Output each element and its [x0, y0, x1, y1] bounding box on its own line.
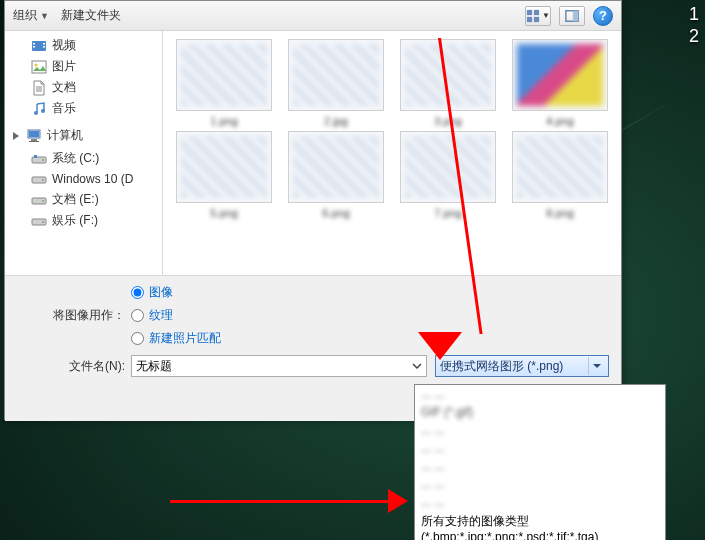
preview-pane-icon — [565, 9, 579, 23]
dropdown-option[interactable]: ... ... — [415, 421, 665, 439]
sidebar-label: 文档 — [52, 79, 76, 96]
dropdown-option[interactable]: ... ... — [415, 457, 665, 475]
filetype-dropdown-list: ... ... GIF (*.gif) ... ... ... ... ... … — [414, 384, 666, 540]
sidebar-label: 文档 (E:) — [52, 191, 99, 208]
sidebar-label: 音乐 — [52, 100, 76, 117]
new-folder-button[interactable]: 新建文件夹 — [61, 7, 121, 24]
thumbnails-icon — [526, 9, 540, 23]
file-open-dialog: 组织 ▼ 新建文件夹 ▼ ? 视频 — [4, 0, 622, 420]
preview-pane-button[interactable] — [559, 6, 585, 26]
organize-label: 组织 — [13, 7, 37, 24]
dropdown-option[interactable]: ... ... — [415, 493, 665, 511]
svg-rect-22 — [29, 141, 39, 142]
dropdown-option[interactable]: ... ... — [415, 385, 665, 403]
svg-rect-10 — [43, 46, 45, 48]
organize-button[interactable]: 组织 ▼ — [13, 7, 49, 24]
radio-use-as-image[interactable]: 图像 — [131, 284, 221, 301]
sidebar-label: 视频 — [52, 37, 76, 54]
music-icon — [31, 101, 47, 117]
radio-label: 图像 — [149, 284, 173, 301]
desktop-clock: 1 2 — [689, 4, 699, 47]
sidebar-label: 图片 — [52, 58, 76, 75]
navigation-sidebar: 视频 图片 文档 音乐 计算机 — [5, 31, 163, 275]
radio-use-as-texture[interactable]: 纹理 — [131, 307, 221, 324]
sidebar-item-music[interactable]: 音乐 — [19, 98, 162, 119]
svg-point-12 — [35, 63, 38, 66]
filename-input[interactable] — [131, 355, 427, 377]
annotation-arrow-down — [438, 38, 441, 334]
sidebar-item-drive-e[interactable]: 文档 (E:) — [19, 189, 162, 210]
svg-rect-9 — [43, 43, 45, 45]
radio-label: 新建照片匹配 — [149, 330, 221, 347]
svg-point-31 — [42, 221, 44, 223]
sidebar-label: 系统 (C:) — [52, 150, 99, 167]
file-thumbnail[interactable]: 2.jpg — [285, 39, 387, 127]
dropdown-option[interactable]: GIF (*.gif) — [415, 403, 665, 421]
drive-icon — [31, 192, 47, 208]
svg-rect-8 — [33, 46, 35, 48]
drive-icon — [31, 213, 47, 229]
filename-label: 文件名(N): — [17, 358, 131, 375]
radio-label: 纹理 — [149, 307, 173, 324]
view-mode-button[interactable]: ▼ — [525, 6, 551, 26]
dialog-toolbar: 组织 ▼ 新建文件夹 ▼ ? — [5, 1, 621, 31]
svg-rect-7 — [33, 43, 35, 45]
chevron-down-icon — [588, 357, 604, 375]
svg-rect-21 — [31, 139, 37, 141]
sidebar-header-computer[interactable]: 计算机 — [13, 125, 162, 146]
sidebar-item-drive-f[interactable]: 娱乐 (F:) — [19, 210, 162, 231]
radio-input[interactable] — [131, 286, 144, 299]
sidebar-label: 计算机 — [47, 127, 83, 144]
radio-input[interactable] — [131, 309, 144, 322]
sidebar-item-documents[interactable]: 文档 — [19, 77, 162, 98]
file-thumbnail[interactable]: 5.png — [173, 131, 275, 219]
chevron-down-icon: ▼ — [542, 11, 550, 20]
sidebar-item-drive-d[interactable]: Windows 10 (D — [19, 169, 162, 189]
sidebar-item-pictures[interactable]: 图片 — [19, 56, 162, 77]
file-thumbnail[interactable]: 6.png — [285, 131, 387, 219]
sidebar-item-video[interactable]: 视频 — [19, 35, 162, 56]
filetype-selected-label: 便携式网络图形 (*.png) — [440, 358, 563, 375]
annotation-arrow-right — [170, 489, 408, 513]
svg-point-24 — [42, 159, 44, 161]
document-icon — [31, 80, 47, 96]
file-thumbnail[interactable]: 1.png — [173, 39, 275, 127]
video-icon — [31, 38, 47, 54]
sidebar-label: 娱乐 (F:) — [52, 212, 98, 229]
question-icon: ? — [599, 8, 607, 23]
sidebar-label: Windows 10 (D — [52, 172, 133, 186]
chevron-down-icon: ▼ — [40, 11, 49, 21]
use-image-as-label: 将图像用作： — [17, 307, 131, 324]
dropdown-option-all-supported[interactable]: 所有支持的图像类型 (*.bmp;*.jpg;*.png;*.psd;*.tif… — [415, 511, 665, 540]
svg-point-17 — [41, 109, 45, 113]
help-button[interactable]: ? — [593, 6, 613, 26]
svg-rect-2 — [527, 16, 532, 21]
image-icon — [31, 59, 47, 75]
svg-rect-25 — [34, 155, 37, 158]
file-thumbnail[interactable]: 4.png — [509, 39, 611, 127]
filename-dropdown-button[interactable] — [409, 358, 425, 374]
drive-icon — [31, 151, 47, 167]
tree-expand-icon — [13, 132, 19, 140]
drive-icon — [31, 171, 47, 187]
sidebar-item-drive-c[interactable]: 系统 (C:) — [19, 148, 162, 169]
file-list-pane[interactable]: 1.png 2.jpg 3.png 4.png 5.png 6.png 7.pn… — [163, 31, 621, 275]
dropdown-option[interactable]: ... ... — [415, 475, 665, 493]
file-thumbnail[interactable]: 8.png — [509, 131, 611, 219]
new-folder-label: 新建文件夹 — [61, 7, 121, 24]
svg-rect-5 — [573, 10, 578, 21]
svg-rect-11 — [32, 61, 46, 73]
svg-point-29 — [42, 200, 44, 202]
computer-icon — [26, 128, 42, 144]
radio-input[interactable] — [131, 332, 144, 345]
radio-use-as-photomatch[interactable]: 新建照片匹配 — [131, 330, 221, 347]
svg-rect-3 — [534, 16, 539, 21]
dropdown-option[interactable]: ... ... — [415, 439, 665, 457]
chevron-down-icon — [412, 361, 422, 371]
file-thumbnail[interactable]: 7.png — [397, 131, 499, 219]
svg-rect-1 — [534, 9, 539, 14]
svg-rect-20 — [29, 131, 39, 137]
svg-rect-0 — [527, 9, 532, 14]
svg-point-27 — [42, 179, 44, 181]
